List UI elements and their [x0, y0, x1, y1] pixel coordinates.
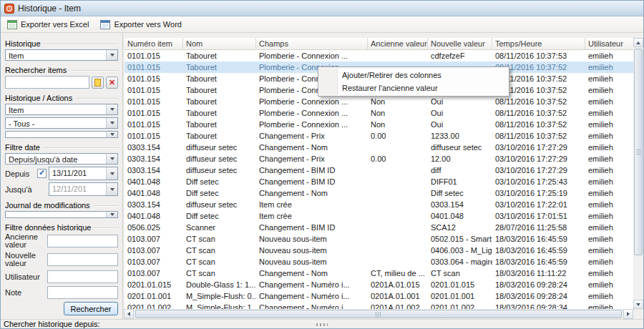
table-cell: 03/10/2016 17:27:29 — [492, 142, 585, 153]
table-cell: Oui — [428, 96, 492, 107]
context-menu-item[interactable]: Ajouter/Retirer des colonnes — [318, 69, 509, 82]
scroll-left-button[interactable] — [124, 309, 134, 319]
table-row[interactable]: 0101.015TabouretPlomberie - Connexion ..… — [125, 119, 633, 130]
table-cell: 03/10/2016 17:27:29 — [492, 164, 585, 176]
column-header[interactable]: Ancienne valeur — [368, 38, 428, 50]
chevron-down-icon — [106, 104, 117, 114]
scroll-right-button[interactable] — [623, 309, 633, 319]
note-input[interactable] — [47, 286, 118, 299]
scroll-up-button[interactable] — [633, 38, 643, 47]
table-row[interactable]: 0201.01.015Double-Glass 1: 1...Changemen… — [125, 279, 633, 290]
actions-sub-select[interactable] — [5, 131, 118, 138]
yellow-document-icon — [94, 79, 101, 87]
horizontal-scrollbar[interactable] — [124, 309, 633, 319]
table-cell: 0101.015 — [125, 119, 183, 130]
table-row[interactable]: 0201.01.002M_Simple-Flush: 1...Changemen… — [125, 302, 633, 309]
actions-filter-select[interactable]: - Tous - — [5, 117, 118, 129]
table-row[interactable]: 0101.015TabouretPlomberie - Connexion ..… — [125, 50, 633, 62]
table-row[interactable]: 0303.154diffuseur setecChangement - Prix… — [125, 153, 633, 164]
table-row[interactable]: 0506.025ScannerChangement - BIM IDSCA122… — [125, 222, 633, 233]
status-text: Chercher historique depuis: — [4, 320, 100, 329]
jusqua-row: Jusqu'à 12/11/201 — [5, 182, 118, 196]
actions-type-value: Item — [6, 104, 106, 114]
table-cell: Nouveau sous-item — [256, 233, 368, 245]
horizontal-scroll-thumb[interactable] — [135, 310, 622, 318]
window-resize-grip[interactable] — [316, 323, 328, 326]
column-header[interactable]: Utilisateur — [585, 38, 633, 50]
table-row[interactable]: 0101.015TabouretChangement - Prix0.00123… — [125, 130, 633, 142]
table-cell: emilieh — [585, 210, 633, 222]
table-cell: emilieh — [585, 84, 633, 96]
search-items-input[interactable] — [5, 76, 89, 89]
table-cell: 08/11/2016 10:37:52 — [492, 107, 585, 119]
vertical-scroll-track[interactable] — [633, 47, 643, 300]
table-row[interactable]: 0103.007CT scanChangement - NomCT, milie… — [125, 267, 633, 279]
table-cell — [368, 222, 428, 233]
table-cell: 03/10/2016 17:25:43 — [492, 176, 585, 187]
column-header[interactable]: Nouvelle valeur — [428, 38, 492, 50]
search-items-button[interactable] — [92, 77, 104, 89]
table-row[interactable]: 0303.154diffuseur setecChangement - Nomd… — [125, 142, 633, 153]
depuis-date-picker[interactable]: 13/11/201 — [49, 167, 118, 180]
table-row[interactable]: 0401.048Diff setecChangement - NomDiff s… — [125, 187, 633, 199]
nouvelle-valeur-input[interactable] — [47, 253, 118, 266]
table-cell: 03/10/2016 17:22:01 — [492, 199, 585, 210]
table-cell: emilieh — [585, 290, 633, 302]
table-cell: CT scan — [428, 267, 492, 279]
table-row[interactable]: 0303.154diffuseur setecChangement - BIM … — [125, 164, 633, 176]
historique-select[interactable]: Item — [5, 49, 118, 61]
filtre-date-value: Depuis/jusqu'à date — [6, 154, 106, 164]
horizontal-scroll-track[interactable] — [134, 309, 623, 319]
table-row[interactable]: 0101.015TabouretPlomberie - Connexion ..… — [125, 107, 633, 119]
vertical-scrollbar[interactable] — [633, 38, 643, 309]
utilisateur-input[interactable] — [47, 270, 118, 283]
table-row[interactable]: 0101.015TabouretPlomberie - Connexion ..… — [125, 96, 633, 107]
title-bar: Historique - Item — [1, 1, 643, 16]
context-menu-item[interactable]: Restaurer l'ancienne valeur — [318, 82, 509, 94]
table-row[interactable]: 0103.007CT scanNouveau sous-item0502.015… — [125, 233, 633, 245]
table-cell: CT, milieu de ... — [368, 267, 428, 279]
export-excel-button[interactable]: Exporter vers Excel — [3, 17, 94, 31]
depuis-checkbox[interactable] — [37, 169, 47, 178]
group-historique: Historique — [5, 39, 118, 48]
triangle-left-icon — [127, 312, 130, 316]
ancienne-valeur-input[interactable] — [47, 235, 118, 247]
clear-search-button[interactable] — [106, 77, 118, 89]
table-cell: 0201.01.002 — [428, 302, 492, 309]
journal-select[interactable] — [5, 211, 118, 218]
column-header[interactable]: Champs — [256, 38, 368, 50]
table-cell: Oui — [428, 107, 492, 119]
table-cell: Diff setec — [183, 187, 256, 199]
column-header[interactable]: Numéro item — [125, 38, 183, 50]
export-word-button[interactable]: Exporter vers Word — [96, 17, 187, 31]
group-divider — [75, 98, 118, 99]
search-items-row — [5, 76, 118, 89]
column-header[interactable]: Temps/Heure — [492, 38, 585, 50]
utilisateur-row: Utilisateur — [5, 270, 118, 283]
table-row[interactable]: 0303.154diffuseur setecItem crée0303.154… — [125, 199, 633, 210]
group-historique-actions: Historique / Actions — [5, 94, 118, 102]
group-divider — [44, 44, 118, 45]
vertical-scroll-thumb[interactable] — [634, 49, 643, 255]
table-row[interactable]: 0201.01.001M_Simple-Flush: 0...Changemen… — [125, 290, 633, 302]
table-cell: Oui — [428, 119, 492, 130]
table-cell: 28/07/2016 11:25:58 — [492, 222, 585, 233]
table-row[interactable]: 0401.048Diff setecChangement - BIM IDDIF… — [125, 176, 633, 187]
table-row[interactable]: 0103.007CT scanNouveau sous-item0406.003… — [125, 245, 633, 256]
actions-type-select[interactable]: Item — [5, 104, 118, 115]
scroll-down-button[interactable] — [633, 300, 643, 309]
chevron-down-icon — [106, 118, 117, 128]
jusqua-date-picker[interactable]: 12/11/201 — [49, 182, 118, 196]
thumb-grip-icon — [376, 312, 381, 317]
column-header[interactable]: Nom — [183, 38, 256, 50]
table-row[interactable]: 0103.007CT scanNouveau sous-item0303.064… — [125, 256, 633, 267]
table-row[interactable]: 0401.048Diff setecItem crée0401.04803/10… — [125, 210, 633, 222]
triangle-down-icon — [636, 303, 640, 306]
table-cell: 0.00 — [368, 153, 428, 164]
rechercher-button[interactable]: Rechercher — [64, 302, 118, 315]
filtre-date-select[interactable]: Depuis/jusqu'à date — [5, 153, 118, 164]
chevron-down-icon — [106, 154, 117, 164]
jusqua-date-value: 12/11/201 — [49, 183, 106, 195]
window-title: Historique - Item — [18, 4, 81, 14]
table-cell: Changement - BIM ID — [256, 176, 368, 187]
